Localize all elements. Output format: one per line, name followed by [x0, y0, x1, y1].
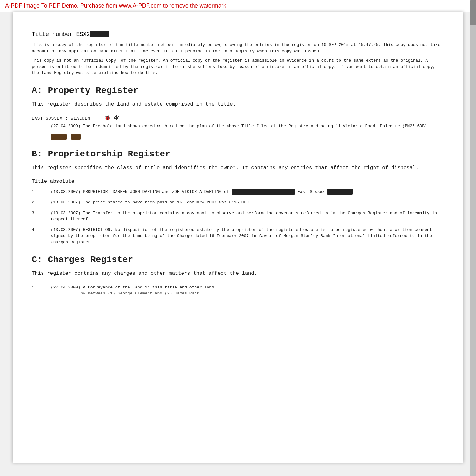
document-area: Title number ESX2 This is a copy of the … [13, 12, 463, 463]
region-label: EAST SUSSEX : WEALDEN 🐞 🕷 [32, 115, 444, 121]
redacted-postcode [327, 189, 353, 195]
section-b-intro: This register specifies the class of tit… [32, 164, 444, 172]
section-a-intro: This register describes the land and est… [32, 101, 444, 109]
section-c-entry-1: 1 (27.04.2000) A Conveyance of the land … [32, 284, 444, 297]
section-b-entry-2: 2 (13.03.2007) The price stated to have … [32, 199, 444, 206]
title-number: Title number ESX2 [32, 31, 444, 37]
fly-icon: 🐞 🕷 [104, 116, 120, 121]
section-a-heading: A: Property Register [32, 86, 444, 96]
scrollbar-thumb[interactable] [470, 0, 476, 25]
section-b-entry-4: 4 (13.03.2007) RESTRICTION: No dispositi… [32, 227, 444, 246]
section-b-heading: B: Proprietorship Register [32, 149, 444, 159]
scrollbar[interactable] [470, 0, 476, 476]
intro-paragraph-1: This is a copy of the register of the ti… [32, 42, 444, 54]
section-c-intro: This register contains any charges and o… [32, 270, 444, 278]
page-wrapper: A-PDF Image To PDF Demo. Purchase from w… [0, 0, 476, 476]
section-b-entry-1: 1 (13.03.2007) PROPRIETOR: DARREN JOHN D… [32, 189, 444, 195]
intro-paragraph-2: This copy is not an 'Official Copy' of t… [32, 57, 444, 76]
section-c-heading: C: Charges Register [32, 255, 444, 265]
title-absolute: Title absolute [32, 179, 444, 184]
watermark-bar: A-PDF Image To PDF Demo. Purchase from w… [0, 0, 476, 12]
watermark-text: A-PDF Image To PDF Demo. Purchase from w… [5, 3, 226, 9]
section-a-entry-1: 1 (27.04.2000) The Freehold land shown e… [32, 123, 444, 129]
redacted-title-number [90, 31, 109, 37]
redacted-address [232, 189, 295, 195]
section-b-entry-3: 3 (13.03.2007) The Transfer to the propr… [32, 210, 444, 222]
redacted-stamps-a [51, 134, 444, 140]
